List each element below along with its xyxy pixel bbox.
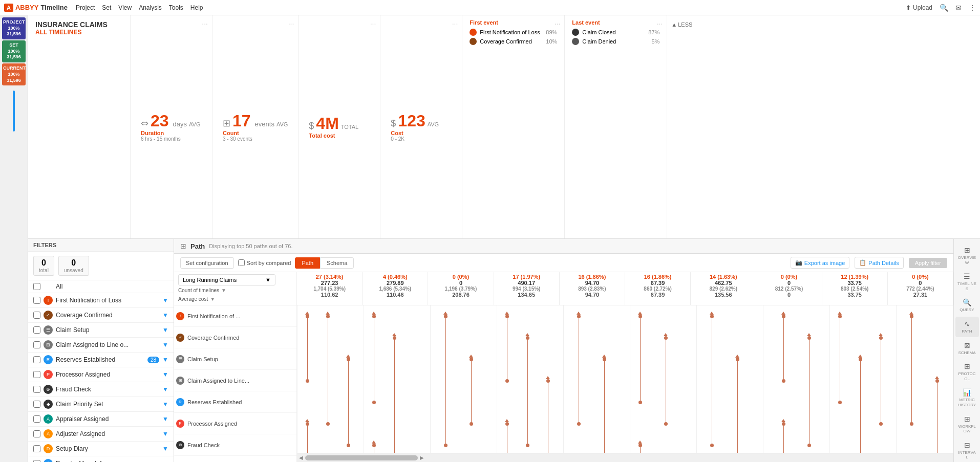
col-val2: 829 (2.62%) bbox=[694, 286, 753, 292]
filter-items-list: All!First Notification of Loss▼✓Coverage… bbox=[28, 280, 174, 462]
path-tab[interactable]: Path bbox=[295, 257, 320, 269]
sidebar-item-workflow[interactable]: ⊞ WORKFLOW bbox=[955, 412, 979, 437]
col-pct: 4 (0.46%) bbox=[366, 274, 424, 280]
search-icon[interactable]: 🔍 bbox=[940, 4, 948, 12]
y-label-text: Coverage Confirmed bbox=[187, 335, 240, 341]
apply-filter-button[interactable]: Apply filter bbox=[909, 258, 947, 268]
sidebar-label: TIMELINES bbox=[957, 281, 977, 291]
nav-help[interactable]: Help bbox=[190, 4, 203, 11]
sort-by-compared-label[interactable]: Sort by compared bbox=[238, 259, 291, 266]
scroll-left-arrow[interactable]: ◀ bbox=[299, 455, 303, 460]
set-config-button[interactable]: Set configuration bbox=[180, 257, 234, 269]
filter-funnel-icon[interactable]: ▼ bbox=[162, 430, 168, 437]
total-cost-more[interactable]: ··· bbox=[370, 19, 376, 28]
sidebar-label: SCHEMA bbox=[958, 350, 975, 356]
less-button[interactable]: ▲ LESS bbox=[667, 19, 696, 30]
sidebar-item-metric-history[interactable]: 📊 METRIC HISTORY bbox=[955, 385, 979, 410]
more-icon[interactable]: ⋮ bbox=[969, 4, 976, 12]
nav-set[interactable]: Set bbox=[102, 4, 111, 11]
upload-button[interactable]: ⬆ Upload bbox=[906, 4, 932, 11]
filter-funnel-icon[interactable]: ▼ bbox=[162, 341, 168, 348]
timeline-dot bbox=[326, 422, 330, 426]
col-val2: 812 (2.57%) bbox=[759, 286, 818, 292]
filter-funnel-icon[interactable]: ▼ bbox=[162, 356, 168, 363]
timeline-line bbox=[737, 359, 738, 453]
avg-cost-more[interactable]: ··· bbox=[452, 19, 458, 28]
filter-checkbox[interactable] bbox=[33, 283, 40, 290]
path-details-button[interactable]: 📋 Path Details bbox=[855, 257, 903, 269]
filter-checkbox[interactable] bbox=[33, 297, 40, 304]
filter-checkbox[interactable] bbox=[33, 371, 40, 378]
nav-project[interactable]: Project bbox=[76, 4, 95, 11]
filter-funnel-icon[interactable]: ▼ bbox=[162, 371, 168, 378]
last-event-block: ··· Last event Claim Closed 87% Claim De… bbox=[565, 15, 667, 238]
long-running-dropdown[interactable]: Long Running Claims ▼ bbox=[178, 274, 275, 285]
filter-funnel-icon[interactable]: ▼ bbox=[162, 386, 168, 393]
grid-line bbox=[497, 305, 497, 453]
filter-checkbox[interactable] bbox=[33, 386, 40, 393]
header-stats: INSURANCE CLAIMS ALL TIMELINES ··· ⇔ 23 … bbox=[28, 15, 980, 239]
first-event-title: First event bbox=[470, 19, 557, 26]
count-more[interactable]: ··· bbox=[288, 19, 294, 28]
count-selector-arrow[interactable]: ▼ bbox=[221, 288, 226, 293]
top-navigation: A ABBYY Timeline Project Set View Analys… bbox=[0, 0, 980, 15]
filter-item: ☰Claim Setup▼ bbox=[28, 323, 174, 338]
filter-checkbox[interactable] bbox=[33, 312, 40, 319]
nav-analysis[interactable]: Analysis bbox=[139, 4, 162, 11]
sidebar-item-path[interactable]: ∿ PATH bbox=[955, 317, 979, 337]
filter-funnel-icon[interactable]: ▼ bbox=[162, 460, 168, 462]
nav-view[interactable]: View bbox=[118, 4, 132, 11]
filter-funnel-icon[interactable]: ▼ bbox=[162, 326, 168, 334]
timeline-dot bbox=[638, 401, 642, 404]
filter-funnel-icon[interactable]: ▼ bbox=[162, 312, 168, 319]
project-badge[interactable]: PROJECT 100% 31,596 bbox=[2, 17, 26, 39]
col-pct: 16 (1.86%) bbox=[628, 274, 687, 280]
filter-checkbox[interactable] bbox=[33, 356, 40, 363]
app-logo: A ABBYY Timeline bbox=[4, 4, 68, 12]
nav-tools[interactable]: Tools bbox=[169, 4, 183, 11]
filter-funnel-icon[interactable]: ▼ bbox=[162, 401, 168, 408]
filter-checkbox[interactable] bbox=[33, 341, 40, 348]
first-event-more[interactable]: ··· bbox=[555, 19, 561, 28]
filter-badge: 28 bbox=[147, 357, 159, 363]
avg-cost-selector-arrow[interactable]: ▼ bbox=[210, 296, 215, 302]
column-header: 4 (0.46%) 279.89 1,686 (5.34%) 110.46 bbox=[363, 272, 428, 305]
current-badge[interactable]: CURRENT 100% 31,596 bbox=[2, 63, 26, 85]
schema-tab[interactable]: Schema bbox=[320, 257, 354, 269]
timeline-line bbox=[881, 338, 881, 424]
filter-funnel-icon[interactable]: ▼ bbox=[162, 297, 168, 304]
timeline-arrow-up bbox=[326, 312, 330, 315]
scroll-right-arrow[interactable]: ▶ bbox=[420, 455, 424, 460]
set-badge[interactable]: SET 100% 31,596 bbox=[2, 40, 26, 62]
sidebar-item-timelines[interactable]: ☰ TIMELINES bbox=[955, 269, 979, 294]
toolbar-right: 📷 Export as image 📋 Path Details Apply f… bbox=[791, 257, 947, 269]
col-val3: 110.62 bbox=[300, 292, 359, 298]
filter-checkbox[interactable] bbox=[33, 401, 40, 408]
filter-checkbox[interactable] bbox=[33, 415, 40, 423]
filter-name: Coverage Confirmed bbox=[56, 312, 159, 319]
filter-checkbox[interactable] bbox=[33, 326, 40, 334]
sidebar-item-schema[interactable]: ⊠ SCHEMA bbox=[955, 338, 979, 359]
column-header: 0 (0%) 0 812 (2.57%) 0 bbox=[756, 272, 822, 305]
timeline-line bbox=[604, 359, 605, 453]
filter-item: DSetup Diary▼ bbox=[28, 442, 174, 456]
sidebar-item-interval[interactable]: ⊟ INTERVAL bbox=[955, 438, 979, 462]
filter-funnel-icon[interactable]: ▼ bbox=[162, 415, 168, 423]
mail-icon[interactable]: ✉ bbox=[955, 4, 962, 12]
filter-checkbox[interactable] bbox=[33, 430, 40, 437]
export-image-button[interactable]: 📷 Export as image bbox=[791, 257, 849, 269]
filter-checkbox[interactable] bbox=[33, 460, 40, 462]
timeline-line bbox=[640, 316, 641, 402]
filter-checkbox[interactable] bbox=[33, 445, 40, 452]
y-axis-label: ◆Claim Priority Set bbox=[174, 456, 296, 462]
scroll-thumb[interactable] bbox=[305, 455, 418, 460]
sidebar-item-protocol[interactable]: ⊞ PROTOCOL bbox=[955, 359, 979, 384]
grid-line bbox=[829, 305, 830, 453]
duration-more[interactable]: ··· bbox=[202, 19, 208, 28]
sidebar-item-overview[interactable]: ⊞ OVERVIEW bbox=[955, 243, 979, 268]
filter-funnel-icon[interactable]: ▼ bbox=[162, 445, 168, 452]
last-event-more[interactable]: ··· bbox=[657, 19, 663, 28]
sidebar-item-query[interactable]: 🔍 QUERY bbox=[955, 295, 979, 316]
timeline-dot bbox=[505, 379, 509, 383]
sort-by-compared-checkbox[interactable] bbox=[238, 259, 245, 266]
